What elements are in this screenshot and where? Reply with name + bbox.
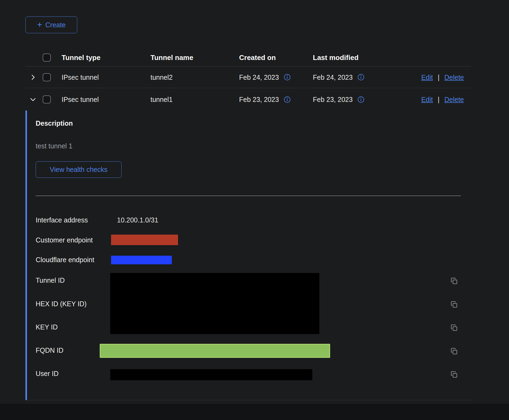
column-header-tunnel-name: Tunnel name [150, 53, 193, 62]
last-modified-cell: Feb 24, 2023 [313, 73, 364, 81]
table-row-tunnel2: IPsec tunnel tunnel2 Feb 24, 2023 Feb 24… [25, 66, 471, 88]
field-label-key-id: KEY ID [36, 323, 58, 331]
copy-icon[interactable] [450, 324, 458, 332]
last-modified-value: Feb 23, 2023 [313, 96, 353, 104]
actions-separator: | [438, 96, 440, 104]
redacted-cloudflare-endpoint-value [111, 256, 172, 264]
copy-icon[interactable] [450, 277, 458, 285]
tunnel-type-cell: IPsec tunnel [62, 73, 99, 81]
field-label-fqdn-id: FQDN ID [36, 346, 63, 354]
select-all-checkbox[interactable] [43, 54, 51, 62]
row-actions: Edit | Delete [421, 73, 464, 81]
field-label-tunnel-id: Tunnel ID [36, 276, 65, 284]
delete-link[interactable]: Delete [444, 96, 464, 104]
field-label-interface-address: Interface address [36, 216, 88, 224]
row-checkbox[interactable] [43, 73, 51, 81]
description-text: test tunnel 1 [36, 142, 72, 150]
field-label-hex-id: HEX ID (KEY ID) [36, 300, 86, 308]
create-button-label: Create [45, 21, 66, 29]
field-label-user-id: User ID [36, 370, 59, 378]
table-header-row: Tunnel type Tunnel name Created on Last … [25, 49, 471, 66]
column-header-last-modified: Last modified [313, 53, 359, 62]
tunnel-detail-panel: Description test tunnel 1 View health ch… [25, 111, 471, 400]
info-icon[interactable] [284, 74, 291, 81]
chevron-right-icon[interactable] [28, 72, 38, 82]
copy-icon[interactable] [450, 301, 458, 309]
tunnel-name-cell: tunnel1 [150, 96, 173, 104]
tunnel-type-cell: IPsec tunnel [62, 96, 99, 104]
footer-strip [0, 404, 509, 420]
edit-link[interactable]: Edit [421, 73, 433, 81]
created-on-value: Feb 24, 2023 [239, 73, 279, 81]
tunnels-page: + Create Tunnel type Tunnel name Created… [0, 0, 509, 420]
actions-separator: | [438, 73, 440, 81]
redacted-customer-endpoint-value [111, 235, 178, 245]
created-on-value: Feb 23, 2023 [239, 96, 279, 104]
last-modified-value: Feb 24, 2023 [313, 73, 353, 81]
redacted-fqdn-id-value [100, 344, 330, 358]
field-label-customer-endpoint: Customer endpoint [36, 236, 93, 244]
last-modified-cell: Feb 23, 2023 [313, 96, 364, 104]
info-icon[interactable] [284, 96, 291, 103]
row-actions: Edit | Delete [421, 96, 464, 104]
info-icon[interactable] [357, 74, 364, 81]
field-value-interface-address: 10.200.1.0/31 [117, 216, 158, 224]
redacted-user-id-value [110, 369, 312, 380]
field-label-cloudflare-endpoint: Cloudflare endpoint [36, 256, 94, 264]
created-on-cell: Feb 23, 2023 [239, 96, 291, 104]
create-button[interactable]: + Create [25, 16, 77, 33]
plus-icon: + [37, 20, 42, 29]
info-icon[interactable] [357, 96, 364, 103]
table-row-tunnel1: IPsec tunnel tunnel1 Feb 23, 2023 Feb 23… [25, 88, 471, 111]
chevron-down-icon[interactable] [28, 95, 38, 104]
tunnel-name-cell: tunnel2 [150, 73, 173, 81]
copy-icon[interactable] [450, 347, 458, 355]
copy-icon[interactable] [450, 371, 458, 379]
edit-link[interactable]: Edit [421, 96, 433, 104]
delete-link[interactable]: Delete [444, 73, 464, 81]
redacted-id-values-block [110, 273, 319, 334]
column-header-created-on: Created on [239, 53, 276, 62]
created-on-cell: Feb 24, 2023 [239, 73, 291, 81]
view-health-checks-label: View health checks [50, 166, 108, 174]
row-checkbox[interactable] [43, 95, 51, 104]
section-divider [36, 196, 461, 196]
description-heading: Description [36, 119, 73, 127]
view-health-checks-button[interactable]: View health checks [36, 161, 122, 178]
column-header-tunnel-type: Tunnel type [62, 53, 101, 62]
